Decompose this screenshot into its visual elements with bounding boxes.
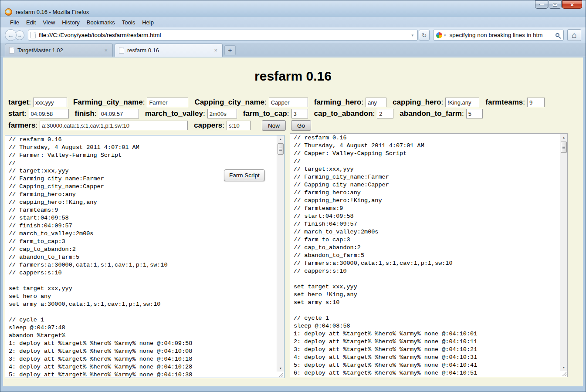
reload-icon: ↻ — [422, 32, 427, 39]
close-button[interactable]: × — [562, 0, 582, 9]
menu-bar: File Edit View History Bookmarks Tools H… — [0, 17, 586, 27]
menu-bookmarks[interactable]: Bookmarks — [83, 18, 119, 27]
scroll-down-button[interactable]: ▼ — [277, 365, 284, 372]
form-row-3: farmers cappers Now Go — [8, 120, 578, 131]
back-icon: ← — [7, 31, 14, 39]
farm-script-button[interactable]: Farm Script — [224, 169, 265, 181]
cappers-label: cappers — [194, 121, 224, 130]
resize-grip-icon[interactable] — [278, 372, 283, 377]
google-search-engine-icon[interactable] — [436, 32, 442, 38]
field-march-to-valley: march_to_valley — [145, 109, 237, 118]
firefox-icon — [5, 8, 12, 16]
scroll-down-button[interactable]: ▼ — [560, 364, 567, 371]
finish-label: finish — [75, 109, 97, 118]
forward-icon: → — [17, 32, 22, 38]
scroll-up-button[interactable]: ▲ — [560, 134, 567, 141]
form-row-1: target Farming_city_name Capping_city_na… — [8, 98, 578, 107]
farming-hero-label: farming_hero — [314, 98, 363, 107]
capping-hero-label: capping_hero — [393, 98, 443, 107]
form-row-2: start finish march_to_valley farm_to_cap… — [8, 109, 578, 118]
menu-help[interactable]: Help — [139, 18, 157, 27]
navigation-bar: ← → file:///C:/Evony/yaeb/tools/resfarm/… — [0, 27, 586, 43]
farm-to-cap-input[interactable] — [291, 109, 308, 118]
search-engine-dropdown-icon[interactable]: ▾ — [442, 33, 448, 37]
tab-bar: TargetMaster 1.02 × resfarm 0.16 × + — [0, 43, 586, 57]
farming-city-name-input[interactable] — [147, 98, 188, 107]
new-tab-icon: + — [228, 47, 232, 54]
farmer-scrollbar[interactable]: ▲ ▼ — [277, 135, 284, 372]
farmers-input[interactable] — [40, 121, 188, 130]
menu-view[interactable]: View — [39, 18, 58, 27]
home-button[interactable]: ⌂ — [567, 29, 581, 41]
page-content: resfarm 0.16 target Farming_city_name Ca… — [3, 57, 583, 386]
url-history-dropdown-icon[interactable]: ▾ — [410, 33, 415, 37]
menu-edit[interactable]: Edit — [23, 18, 39, 27]
now-button[interactable]: Now — [262, 120, 286, 131]
menu-file[interactable]: File — [7, 18, 23, 27]
field-farming-hero: farming_hero — [314, 98, 386, 107]
march-to-valley-label: march_to_valley — [145, 109, 205, 118]
scrollbar-thumb[interactable] — [561, 142, 567, 153]
search-icon[interactable] — [556, 33, 559, 37]
farmers-label: farmers — [8, 121, 37, 130]
menu-history[interactable]: History — [58, 18, 83, 27]
page-favicon-icon — [30, 32, 36, 38]
new-tab-button[interactable]: + — [224, 45, 236, 55]
search-box[interactable]: ▾ specifying non breaking lines in htm — [433, 30, 564, 41]
finish-input[interactable] — [99, 109, 139, 118]
window-title: resfarm 0.16 - Mozilla Firefox — [16, 9, 89, 16]
field-cap-to-abandon: cap_to_abandon — [314, 109, 394, 118]
tab-favicon-icon — [9, 47, 14, 54]
capper-script-pane: // resfarm 0.16 // Thursday, 4 August 20… — [290, 133, 568, 377]
resize-grip-icon[interactable] — [561, 371, 566, 376]
cap-to-abandon-label: cap_to_abandon — [314, 109, 375, 118]
capper-script-textarea[interactable]: // resfarm 0.16 // Thursday, 4 August 20… — [290, 134, 560, 377]
capping-city-name-input[interactable] — [269, 98, 308, 107]
menu-tools[interactable]: Tools — [119, 18, 139, 27]
start-input[interactable] — [29, 109, 69, 118]
capping-hero-input[interactable] — [445, 98, 479, 107]
field-farm-to-cap: farm_to_cap — [243, 109, 308, 118]
maximize-icon — [553, 3, 557, 7]
farming-city-name-label: Farming_city_name — [73, 98, 145, 107]
tab-title: resfarm 0.16 — [127, 47, 213, 54]
tab-resfarm[interactable]: resfarm 0.16 × — [115, 44, 223, 57]
march-to-valley-input[interactable] — [207, 109, 237, 118]
browser-window: resfarm 0.16 - Mozilla Firefox × File Ed… — [0, 0, 586, 392]
capper-scrollbar[interactable]: ▲ ▼ — [560, 134, 567, 371]
start-label: start — [8, 109, 27, 118]
field-farmteams: farmteams — [485, 98, 545, 107]
field-finish: finish — [75, 109, 139, 118]
tab-close-button[interactable]: × — [103, 47, 108, 54]
go-button[interactable]: Go — [291, 120, 311, 131]
url-bar[interactable]: file:///C:/Evony/yaeb/tools/resfarm/resf… — [28, 30, 418, 41]
farmteams-input[interactable] — [527, 98, 545, 107]
scrollbar-thumb[interactable] — [278, 143, 284, 155]
reload-button[interactable]: ↻ — [419, 30, 430, 41]
scroll-up-button[interactable]: ▲ — [277, 135, 284, 142]
back-button[interactable]: ← — [5, 29, 17, 41]
tab-title: TargetMaster 1.02 — [17, 47, 103, 54]
target-input[interactable] — [33, 98, 67, 107]
farming-hero-input[interactable] — [366, 98, 386, 107]
maximize-button[interactable] — [549, 0, 562, 9]
minimize-button[interactable] — [535, 0, 548, 9]
window-titlebar[interactable]: resfarm 0.16 - Mozilla Firefox × — [0, 0, 586, 17]
field-target: target — [8, 98, 67, 107]
abandon-to-farm-label: abandon_to_farm — [400, 109, 464, 118]
page-title: resfarm 0.16 — [3, 69, 583, 84]
field-abandon-to-farm: abandon_to_farm — [400, 109, 482, 118]
tab-targetmaster[interactable]: TargetMaster 1.02 × — [5, 44, 113, 57]
abandon-to-farm-input[interactable] — [466, 109, 483, 118]
field-cappers: cappers — [194, 121, 251, 130]
farm-to-cap-label: farm_to_cap — [243, 109, 289, 118]
url-text[interactable]: file:///C:/Evony/yaeb/tools/resfarm/resf… — [39, 32, 410, 38]
tab-favicon-icon — [119, 47, 124, 54]
minimize-icon — [539, 4, 544, 5]
tab-close-button[interactable]: × — [213, 47, 218, 54]
cap-to-abandon-input[interactable] — [377, 109, 393, 118]
cappers-input[interactable] — [227, 121, 251, 130]
window-controls: × — [535, 0, 582, 9]
field-start: start — [8, 109, 69, 118]
search-query-text[interactable]: specifying non breaking lines in htm — [450, 32, 556, 38]
